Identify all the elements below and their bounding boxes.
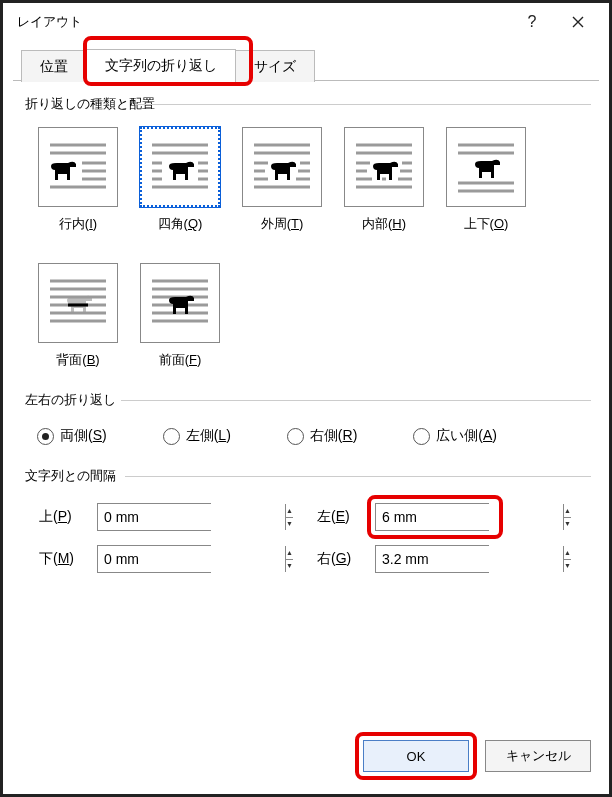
close-button[interactable] <box>555 7 601 37</box>
spin-up-icon: ▲ <box>286 546 293 560</box>
input-right[interactable] <box>376 546 563 572</box>
ok-button[interactable]: OK <box>363 740 469 772</box>
radio-both[interactable]: 両側(S) <box>37 427 107 445</box>
group-wrap-style-title: 折り返しの種類と配置 <box>25 95 591 113</box>
wrap-option-behind[interactable]: 背面(B) <box>37 263 119 369</box>
wrap-option-front[interactable]: 前面(F) <box>139 263 221 369</box>
radio-icon <box>287 428 304 445</box>
input-left[interactable] <box>376 504 563 530</box>
group-wrap-style: 折り返しの種類と配置 <box>25 95 591 373</box>
group-spacing: 文字列との間隔 上(P) ▲▼ 左(E) ▲▼ 下(M) <box>25 467 591 573</box>
group-side: 左右の折り返し 両側(S) 左側(L) 右側(R) 広い側(A) <box>25 391 591 449</box>
spin-up-icon: ▲ <box>564 504 571 518</box>
tab-position[interactable]: 位置 <box>21 50 87 82</box>
radio-icon <box>413 428 430 445</box>
wrap-icon-inline <box>38 127 118 207</box>
spin-left[interactable]: ▲▼ <box>375 503 489 531</box>
radio-left[interactable]: 左側(L) <box>163 427 231 445</box>
footer: OK キャンセル <box>3 720 609 794</box>
input-top[interactable] <box>98 504 285 530</box>
wrap-icon-front <box>140 263 220 343</box>
radio-icon <box>37 428 54 445</box>
wrap-option-inline[interactable]: 行内(I) <box>37 127 119 233</box>
close-icon <box>572 16 584 28</box>
spin-down-icon: ▼ <box>286 518 293 531</box>
dialog-title: レイアウト <box>17 13 509 31</box>
label-right: 右(G) <box>317 550 375 568</box>
titlebar: レイアウト ? <box>3 3 609 41</box>
label-left: 左(E) <box>317 508 375 526</box>
layout-dialog: レイアウト ? 位置 文字列の折り返し サイズ 折り返しの種類と配置 <box>3 3 609 794</box>
spin-up-icon: ▲ <box>564 546 571 560</box>
help-button[interactable]: ? <box>509 7 555 37</box>
label-top: 上(P) <box>39 508 97 526</box>
wrap-option-through[interactable]: 内部(H) <box>343 127 425 233</box>
label-bottom: 下(M) <box>39 550 97 568</box>
spin-up-icon: ▲ <box>286 504 293 518</box>
tab-size[interactable]: サイズ <box>235 50 315 82</box>
wrap-icon-square <box>140 127 220 207</box>
spin-bottom[interactable]: ▲▼ <box>97 545 211 573</box>
group-side-title: 左右の折り返し <box>25 391 591 409</box>
tab-wrap[interactable]: 文字列の折り返し <box>86 49 236 81</box>
tabs: 位置 文字列の折り返し サイズ <box>3 41 609 81</box>
wrap-option-tight[interactable]: 外周(T) <box>241 127 323 233</box>
radio-widest[interactable]: 広い側(A) <box>413 427 497 445</box>
spin-top[interactable]: ▲▼ <box>97 503 211 531</box>
radio-icon <box>163 428 180 445</box>
wrap-option-square[interactable]: 四角(Q) <box>139 127 221 233</box>
spin-down-icon: ▼ <box>286 560 293 573</box>
spin-down-icon: ▼ <box>564 518 571 531</box>
group-spacing-title: 文字列との間隔 <box>25 467 591 485</box>
wrap-icon-through <box>344 127 424 207</box>
wrap-icon-topbottom <box>446 127 526 207</box>
spin-down-icon: ▼ <box>564 560 571 573</box>
cancel-button[interactable]: キャンセル <box>485 740 591 772</box>
wrap-option-topbottom[interactable]: 上下(O) <box>445 127 527 233</box>
wrap-icon-tight <box>242 127 322 207</box>
wrap-icon-behind <box>38 263 118 343</box>
input-bottom[interactable] <box>98 546 285 572</box>
radio-right[interactable]: 右側(R) <box>287 427 357 445</box>
spin-right[interactable]: ▲▼ <box>375 545 489 573</box>
